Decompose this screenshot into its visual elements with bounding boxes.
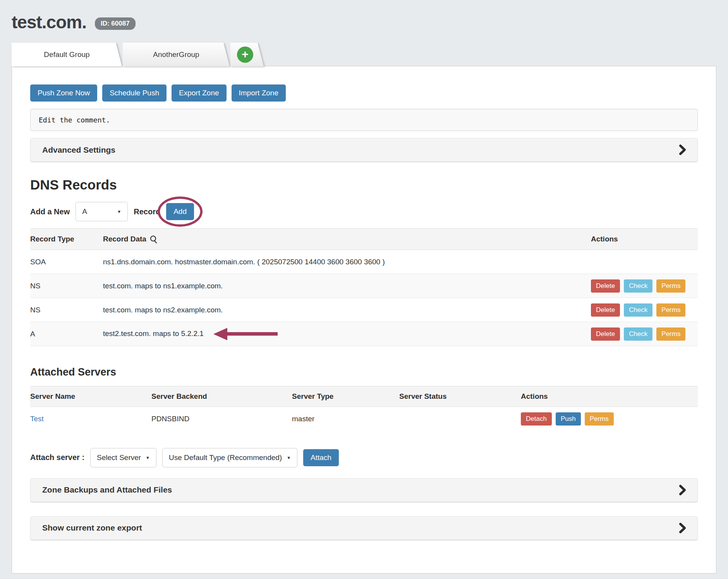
attach-server-label: Attach server : <box>30 453 84 462</box>
record-data-cell: test.com. maps to ns2.example.com. <box>103 298 591 322</box>
push-zone-now-button[interactable]: Push Zone Now <box>30 84 97 102</box>
record-type-selected-value: A <box>82 207 87 216</box>
server-actions-header: Actions <box>521 386 698 407</box>
select-server-dropdown[interactable]: Select Server ▼ <box>90 448 156 467</box>
add-record-row: Add a New A ▼ Record Add <box>30 202 698 221</box>
perms-record-button[interactable]: Perms <box>656 303 685 317</box>
group-tab-bar: Default Group AnotherGroup + <box>12 43 716 66</box>
zone-export-title: Show current zone export <box>42 523 142 532</box>
server-row: Test PDNSBIND master Detach Push Perms <box>30 407 698 431</box>
zone-backups-panel[interactable]: Zone Backups and Attached Files <box>30 478 698 502</box>
page-title: test.com. <box>12 12 86 33</box>
chevron-right-icon <box>679 485 686 495</box>
server-type-cell: master <box>292 407 399 431</box>
server-name-link[interactable]: Test <box>30 415 44 423</box>
delete-record-button[interactable]: Delete <box>591 279 620 293</box>
record-data-header: Record Data <box>103 235 146 243</box>
chevron-right-icon <box>679 145 686 155</box>
server-type-dropdown[interactable]: Use Default Type (Recommended) ▼ <box>162 448 297 467</box>
check-record-button[interactable]: Check <box>624 303 652 317</box>
attach-server-row: Attach server : Select Server ▼ Use Defa… <box>30 448 698 467</box>
record-type-select[interactable]: A ▼ <box>76 202 128 221</box>
perms-server-button[interactable]: Perms <box>585 412 614 426</box>
add-record-label-prefix: Add a New <box>30 207 70 216</box>
server-backend-cell: PDNSBIND <box>151 407 292 431</box>
add-group-icon: + <box>237 47 253 63</box>
select-server-value: Select Server <box>97 453 141 462</box>
zone-panel: Push Zone Now Schedule Push Export Zone … <box>12 66 716 574</box>
attached-servers-table: Server Name Server Backend Server Type S… <box>30 386 698 431</box>
delete-record-button[interactable]: Delete <box>591 327 620 341</box>
perms-record-button[interactable]: Perms <box>656 279 685 293</box>
caret-down-icon: ▼ <box>287 455 291 460</box>
delete-record-button[interactable]: Delete <box>591 303 620 317</box>
dns-record-row-a: A test2.test.com. maps to 5.2.2.1 Delete… <box>30 322 698 346</box>
record-type-cell: NS <box>30 298 103 322</box>
record-type-cell: NS <box>30 274 103 298</box>
attach-button[interactable]: Attach <box>303 449 339 466</box>
server-status-header: Server Status <box>399 386 521 407</box>
server-name-header: Server Name <box>30 386 151 407</box>
page: test.com. ID: 60087 Default Group Anothe… <box>0 0 728 574</box>
perms-record-button[interactable]: Perms <box>656 327 685 341</box>
zone-id-badge: ID: 60087 <box>95 17 136 30</box>
detach-server-button[interactable]: Detach <box>521 412 552 426</box>
zone-comment-box[interactable]: Edit the comment. <box>30 109 698 131</box>
dns-table-header-row: Record Type Record Data Ac <box>30 229 698 250</box>
zone-export-panel[interactable]: Show current zone export <box>30 516 698 540</box>
tab-anothergroup[interactable]: AnotherGroup <box>123 43 230 66</box>
dns-record-row-ns2: NS test.com. maps to ns2.example.com. De… <box>30 298 698 322</box>
record-data-cell: test2.test.com. maps to 5.2.2.1 <box>103 329 204 338</box>
add-record-label-suffix: Record <box>134 207 160 216</box>
server-status-cell <box>399 407 521 431</box>
server-type-header: Server Type <box>292 386 399 407</box>
arrow-head <box>213 328 227 340</box>
record-type-cell: A <box>30 322 103 346</box>
check-record-button[interactable]: Check <box>624 279 652 293</box>
dns-record-row-soa: SOA ns1.dns.domain.com. hostmaster.domai… <box>30 250 698 274</box>
arrow-annotation <box>213 328 278 340</box>
dns-records-heading: DNS Records <box>30 177 698 193</box>
server-type-value: Use Default Type (Recommended) <box>169 453 282 462</box>
tab-default-group[interactable]: Default Group <box>12 43 122 66</box>
advanced-settings-title: Advanced Settings <box>42 145 115 155</box>
advanced-settings-panel[interactable]: Advanced Settings <box>30 138 698 162</box>
chevron-right-icon <box>679 523 686 533</box>
zone-toolbar: Push Zone Now Schedule Push Export Zone … <box>30 84 698 102</box>
add-record-button[interactable]: Add <box>166 203 194 220</box>
attached-servers-heading: Attached Servers <box>30 366 698 378</box>
record-data-cell: test.com. maps to ns1.example.com. <box>103 274 591 298</box>
push-server-button[interactable]: Push <box>556 412 581 426</box>
export-zone-button[interactable]: Export Zone <box>172 84 227 102</box>
record-data-cell: ns1.dns.domain.com. hostmaster.domain.co… <box>103 250 591 274</box>
page-header: test.com. ID: 60087 <box>12 12 716 33</box>
servers-table-header-row: Server Name Server Backend Server Type S… <box>30 386 698 407</box>
caret-down-icon: ▼ <box>146 455 150 460</box>
caret-down-icon: ▼ <box>117 209 121 214</box>
tab-anothergroup-label: AnotherGroup <box>123 43 230 66</box>
search-icon[interactable] <box>149 235 158 244</box>
record-type-header: Record Type <box>30 229 103 250</box>
schedule-push-button[interactable]: Schedule Push <box>102 84 167 102</box>
dns-records-table: Record Type Record Data Ac <box>30 228 698 346</box>
tab-add-group[interactable]: + <box>230 43 264 66</box>
arrow-shaft <box>227 332 278 336</box>
server-backend-header: Server Backend <box>151 386 292 407</box>
dns-record-row-ns1: NS test.com. maps to ns1.example.com. De… <box>30 274 698 298</box>
import-zone-button[interactable]: Import Zone <box>232 84 286 102</box>
zone-backups-title: Zone Backups and Attached Files <box>42 485 172 495</box>
check-record-button[interactable]: Check <box>624 327 652 341</box>
record-type-cell: SOA <box>30 250 103 274</box>
dns-actions-header: Actions <box>591 229 698 250</box>
tab-default-group-label: Default Group <box>12 43 122 66</box>
